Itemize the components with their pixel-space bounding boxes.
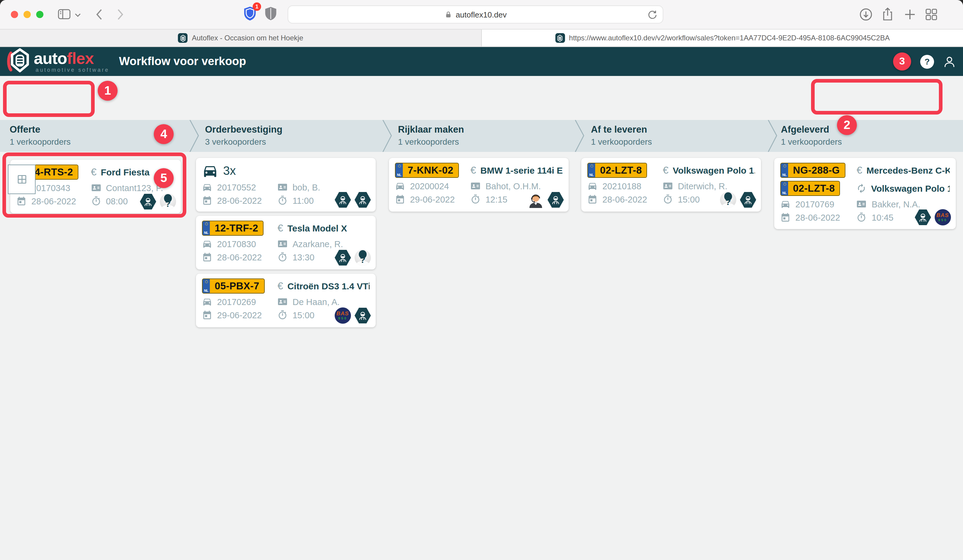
trade-in-icon — [856, 183, 867, 194]
plate-nl-band: NL — [588, 163, 595, 177]
chevron-down-icon[interactable] — [75, 13, 81, 17]
tab-bar: Autoflex - Occasion om het Hoekje https:… — [0, 29, 963, 47]
time-icon — [856, 212, 867, 222]
car-icon — [587, 181, 598, 191]
tab-occasion[interactable]: Autoflex - Occasion om het Hoekje — [0, 29, 482, 47]
browser-toolbar: 1 autoflex10.dev — [0, 0, 963, 29]
extension-shield-icon[interactable]: 1 — [243, 6, 257, 21]
customer-icon — [470, 181, 481, 191]
planned-date: 28-06-2022 — [795, 212, 840, 222]
user-icon[interactable] — [943, 55, 956, 68]
address-bar[interactable]: autoflex10.dev — [288, 5, 663, 24]
kanban-board: NL04-RTS-2 €Ford Fiesta 20170343 Contant… — [0, 152, 963, 560]
column-separator-chevron — [382, 120, 394, 152]
planned-date: 28-06-2022 — [217, 196, 262, 205]
license-plate: NL12-TRF-2 — [202, 221, 264, 236]
tab-overview-button[interactable] — [924, 7, 938, 22]
calendar-icon — [395, 194, 405, 204]
column-header-rijklaar-maken: Rijklaar maken1 verkooporders — [398, 124, 464, 146]
privacy-shield-icon[interactable] — [264, 6, 277, 21]
euro-icon: € — [91, 166, 96, 178]
view-columns-button[interactable] — [8, 165, 36, 194]
customer-icon — [91, 183, 101, 193]
license-plate: NL7-KNK-02 — [395, 163, 459, 178]
downloads-button[interactable] — [859, 7, 873, 22]
calendar-icon — [202, 252, 212, 262]
employee-badge-icon — [740, 192, 756, 208]
annotation-5: 5 — [154, 168, 173, 188]
card-badges: ? — [335, 249, 371, 266]
customer-name: Bahot, O.H.M. — [485, 181, 541, 191]
time-icon — [663, 194, 673, 204]
annotation-1: 1 — [98, 81, 118, 101]
unknown-user-badge-icon: ? — [720, 192, 736, 208]
order-card-group-3x[interactable]: 3x 20170552 bob, B. 28-06-2022 11:00 — [196, 158, 376, 212]
order-card-ford-fiesta[interactable]: NL04-RTS-2 €Ford Fiesta 20170343 Contant… — [10, 160, 181, 214]
unknown-user-badge-icon: ? — [160, 194, 176, 210]
grid-2x2-icon — [16, 173, 28, 185]
logo-main: auto — [34, 49, 67, 67]
employee-badge-icon — [915, 209, 931, 225]
order-card-vw-polo[interactable]: NL02-LZT-8 €Volkswagen Polo 1.2 … 202101… — [581, 158, 761, 212]
back-button[interactable] — [95, 8, 102, 21]
annotation-2: 2 — [837, 115, 857, 135]
app-header: autoflex automotive software Workflow vo… — [0, 47, 963, 76]
employee-badge-icon — [335, 249, 351, 266]
customer-name: Azarkane, R. — [292, 239, 343, 249]
planned-time: 15:00 — [292, 310, 315, 320]
workflow-column-headers: Offerte1 verkooporders Orderbevestiging3… — [0, 120, 963, 152]
zoom-window-button[interactable] — [36, 11, 44, 18]
employee-badge-icon — [355, 308, 371, 324]
plate-nl-band: NL — [203, 221, 210, 235]
customer-name: De Haan, A. — [292, 297, 339, 306]
car-icon — [780, 199, 791, 209]
license-plate: NLNG-288-G — [780, 163, 845, 178]
order-card-citroen-ds3[interactable]: NL05-PBX-7 €Citroën DS3 1.4 VTi C… 20170… — [196, 274, 376, 327]
planned-time: 10:45 — [872, 212, 894, 222]
eu-stars-icon — [205, 222, 208, 225]
help-button[interactable]: ? — [920, 55, 934, 68]
plate-nl-band: NL — [781, 163, 788, 177]
bas-logo-badge-icon: BAS950 — [335, 308, 351, 324]
close-window-button[interactable] — [11, 11, 18, 18]
eu-stars-icon — [783, 183, 786, 186]
employee-badge-icon — [548, 192, 564, 208]
column-header-offerte: Offerte1 verkooporders — [10, 124, 71, 146]
customer-name: bob, B. — [292, 182, 320, 192]
eu-stars-icon — [205, 280, 208, 283]
sidebar-icon[interactable] — [58, 9, 71, 19]
forward-button[interactable] — [117, 8, 124, 21]
tab-workflow-active[interactable]: https://www.autoflex10.dev/v2/workflow/s… — [482, 29, 963, 47]
order-number: 20170269 — [217, 297, 256, 306]
order-card-bmw-1serie[interactable]: NL7-KNK-02 €BMW 1-serie 114i Effi… 20200… — [389, 158, 569, 212]
reload-icon[interactable] — [647, 10, 657, 20]
planned-time: 12:15 — [485, 194, 507, 204]
planned-date: 28-06-2022 — [217, 252, 262, 262]
car-icon — [202, 239, 212, 249]
order-card-tesla-model-x[interactable]: NL12-TRF-2 €Tesla Model X 20170830 Azark… — [196, 216, 376, 269]
extension-badge: 1 — [253, 2, 261, 11]
share-button[interactable] — [881, 7, 894, 22]
plate-nl-band: NL — [781, 181, 788, 195]
euro-icon: € — [277, 280, 283, 292]
tab-title: Autoflex - Occasion om het Hoekje — [192, 34, 303, 42]
planned-date: 29-06-2022 — [410, 194, 455, 204]
customer-icon — [277, 239, 288, 249]
order-number: 20170769 — [795, 199, 834, 209]
autoflex-logo-icon — [6, 48, 34, 75]
vehicle-model: Volkswagen Polo 1.2 … — [673, 165, 755, 175]
new-tab-button[interactable] — [903, 7, 916, 22]
column-header-af-te-leveren: Af te leveren1 verkooporders — [591, 124, 652, 146]
vehicle-model: Tesla Model X — [287, 223, 347, 233]
autoflex-logo: autoflex automotive software — [6, 48, 109, 75]
calendar-icon — [16, 196, 26, 206]
bas-logo-badge-icon: BAS950 — [935, 209, 951, 225]
minimize-window-button[interactable] — [24, 11, 31, 18]
order-card-mercedes-trade[interactable]: NLNG-288-G €Mercedes-Benz C-KL… NL02-LZT… — [774, 158, 956, 229]
card-badges: BAS950 — [335, 308, 371, 324]
notification-badge[interactable]: 3 — [893, 52, 911, 71]
order-number: 20170552 — [217, 182, 256, 192]
column-header-orderbevestiging: Orderbevestiging3 verkooporders — [205, 124, 282, 146]
vehicle-model: Citroën DS3 1.4 VTi C… — [287, 281, 370, 291]
planned-date: 29-06-2022 — [217, 310, 262, 320]
